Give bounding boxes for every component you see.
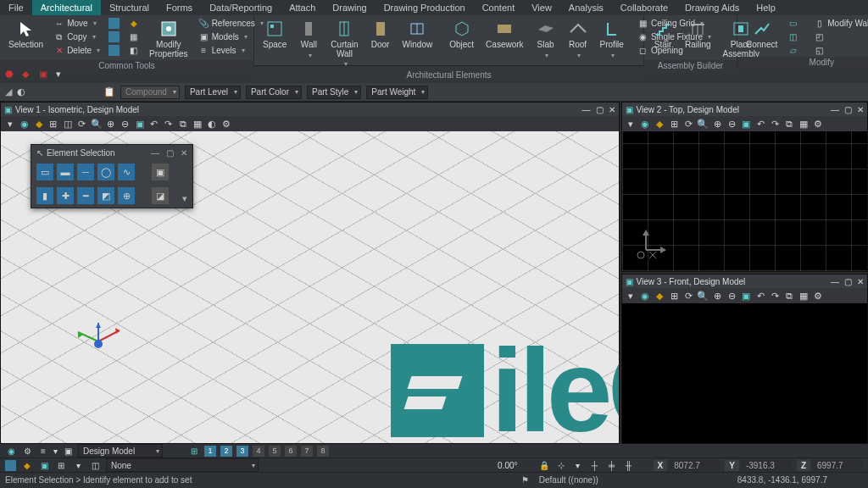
vt12[interactable]: ↷ (162, 118, 175, 130)
vt8[interactable]: ⊕ (104, 118, 117, 130)
object-button[interactable]: Object (444, 17, 479, 52)
qat-icon-1[interactable]: ⬣ (5, 69, 17, 80)
roof-button[interactable]: Roof (563, 17, 593, 61)
filter-icon[interactable]: ◢ (5, 86, 12, 97)
snap-5[interactable]: ╫ (623, 459, 635, 471)
menu-content[interactable]: Content (474, 0, 524, 15)
delete-button[interactable]: ✕Delete (50, 44, 103, 57)
menu-drawing-production[interactable]: Drawing Production (376, 0, 474, 15)
vt2[interactable]: ◉ (18, 118, 31, 130)
sel-line[interactable]: ─ (77, 164, 94, 180)
element-selection-palette[interactable]: ↖Element Selection—▢✕ ▭ ▬ ─ ◯ ∿ ▣ ▮ ✚ ━ … (31, 144, 193, 208)
v3-close[interactable]: ✕ (857, 277, 864, 286)
vt15[interactable]: ◐ (205, 118, 218, 130)
toggle-1[interactable]: ◐ (17, 86, 25, 97)
view-num-6[interactable]: 6 (285, 446, 297, 457)
sb-gear-icon[interactable]: ⚙ (21, 445, 33, 457)
sel-block[interactable]: ▬ (57, 164, 74, 180)
sb-views-icon[interactable]: ⊞ (188, 445, 200, 457)
menu-attach[interactable]: Attach (281, 0, 324, 15)
view-num-1[interactable]: 1 (204, 446, 216, 457)
v3-max[interactable]: ▢ (844, 277, 852, 286)
part-style-combo[interactable]: Part Style (307, 86, 361, 99)
menu-data-reporting[interactable]: Data/Reporting (201, 0, 281, 15)
v2-min[interactable]: — (831, 105, 839, 114)
tool-e[interactable]: ▦ (125, 30, 142, 43)
railing-button[interactable]: Railing (680, 17, 716, 52)
menu-view[interactable]: View (523, 0, 560, 15)
snap-1[interactable]: ⊹ (555, 459, 567, 471)
sel-path[interactable]: ∿ (118, 164, 135, 180)
qat-icon-2[interactable]: ◆ (22, 69, 34, 80)
space-button[interactable]: Space (258, 17, 292, 52)
layer-combo[interactable]: None (106, 458, 259, 472)
part-level-combo[interactable]: Part Level (185, 86, 241, 99)
qat-icon-3[interactable]: ▣ (39, 69, 51, 80)
window-button[interactable]: Window (398, 17, 438, 52)
snap-3[interactable]: ┼ (589, 459, 601, 471)
tool-d[interactable]: ◆ (125, 17, 142, 30)
lock-icon[interactable]: 🔒 (538, 459, 550, 471)
menu-file[interactable]: File (0, 0, 32, 15)
menu-architectural[interactable]: Architectural (32, 0, 101, 15)
sb-dd[interactable]: ▾ (53, 446, 58, 456)
vt1[interactable]: ▾ (3, 118, 16, 130)
palette-max[interactable]: ▢ (166, 148, 174, 158)
sel-individual[interactable]: ▭ (36, 164, 53, 180)
menu-help[interactable]: Help (748, 0, 784, 15)
snap-2[interactable]: ▾ (572, 459, 584, 471)
menu-analysis[interactable]: Analysis (560, 0, 612, 15)
view-num-7[interactable]: 7 (301, 446, 313, 457)
palette-min[interactable]: — (151, 148, 159, 158)
mode-inv[interactable]: ◩ (97, 187, 114, 204)
move-button[interactable]: ↔Move (50, 17, 103, 30)
modify-tool-4[interactable]: ◰ (810, 30, 868, 43)
vt13[interactable]: ⧉ (176, 118, 189, 130)
part-weight-combo[interactable]: Part Weight (366, 86, 428, 99)
sb2-a[interactable] (5, 460, 16, 471)
vt10[interactable]: ▣ (133, 118, 146, 130)
vt4[interactable]: ⊞ (47, 118, 59, 130)
vt16[interactable]: ⚙ (220, 118, 232, 130)
wall-button[interactable]: Wall (293, 17, 324, 61)
v2-max[interactable]: ▢ (844, 105, 852, 114)
sel-extra1[interactable]: ▣ (152, 164, 169, 180)
sb-home-icon[interactable]: ◉ (5, 445, 17, 457)
vt7[interactable]: 🔍 (90, 118, 103, 130)
copy-button[interactable]: ⧉Copy (50, 30, 103, 43)
mode-sub[interactable]: ━ (77, 187, 94, 204)
x-value[interactable]: 8072.7 (669, 460, 720, 471)
menu-structural[interactable]: Structural (101, 0, 158, 15)
tool-b[interactable] (105, 30, 123, 43)
vt11[interactable]: ↶ (147, 118, 160, 130)
compound-combo[interactable]: Compound (120, 86, 180, 99)
view1-max[interactable]: ▢ (596, 105, 604, 114)
vt9[interactable]: ⊖ (119, 118, 131, 130)
mode-new[interactable]: ▮ (36, 187, 53, 204)
vt6[interactable]: ⟳ (75, 118, 88, 130)
view1-min[interactable]: — (582, 105, 591, 114)
vt5[interactable]: ◫ (61, 118, 74, 130)
sb-model-icon[interactable]: ▣ (62, 445, 74, 457)
part-color-combo[interactable]: Part Color (246, 86, 302, 99)
tool-a[interactable] (105, 17, 123, 30)
view3-canvas[interactable] (622, 303, 867, 443)
modify-tool-5[interactable]: ◱ (810, 44, 868, 57)
profile-button[interactable]: Profile (595, 17, 629, 61)
view-num-8[interactable]: 8 (317, 446, 329, 457)
view-num-2[interactable]: 2 (220, 446, 232, 457)
modify-properties-button[interactable]: Modify Properties (144, 17, 193, 60)
snap-4[interactable]: ╪ (606, 459, 618, 471)
curtain-wall-button[interactable]: Curtain Wall (326, 17, 363, 69)
sb2-b[interactable]: ◆ (21, 459, 33, 471)
sb2-layer-icon[interactable]: ◫ (89, 459, 101, 471)
palette-expand[interactable]: ▾ (182, 193, 187, 204)
modify-tool-1[interactable]: ▭ (784, 17, 802, 30)
modify-tool-2[interactable]: ◫ (784, 30, 802, 43)
stair-button[interactable]: Stair (648, 17, 678, 52)
view1-canvas[interactable]: ↖ ileCR ↖Element Selection—▢✕ ▭ ▬ ─ ◯ ∿ … (1, 131, 619, 443)
modify-wall-button[interactable]: ▯Modify Wall (810, 17, 868, 30)
slab-button[interactable]: Slab (531, 17, 561, 61)
door-button[interactable]: Door (365, 17, 396, 52)
qat-icon-4[interactable]: ▾ (56, 69, 68, 80)
